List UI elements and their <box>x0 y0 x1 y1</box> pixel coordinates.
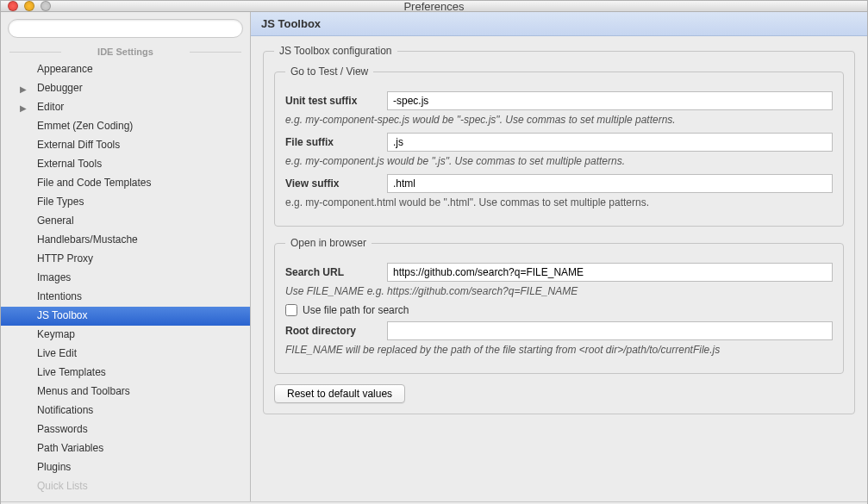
sidebar-item-live-templates[interactable]: Live Templates <box>1 364 250 383</box>
sidebar-item-label: Menus and Toolbars <box>37 385 130 397</box>
sidebar-item-label: External Diff Tools <box>37 139 120 151</box>
sidebar-item-label: Notifications <box>37 404 93 416</box>
sidebar-item-label: File and Code Templates <box>37 177 152 189</box>
window-title: Preferences <box>1 0 867 13</box>
unit-suffix-label: Unit test suffix <box>285 95 378 107</box>
sidebar-item-menus-and-toolbars[interactable]: Menus and Toolbars <box>1 383 250 401</box>
sidebar-item-external-diff-tools[interactable]: External Diff Tools <box>1 136 250 155</box>
content-pane: JS Toolbox JS Toolbox configuration Go t… <box>251 12 867 501</box>
sidebar-item-appearance[interactable]: Appearance <box>1 60 250 79</box>
search-url-hint: Use FILE_NAME e.g. https://github.com/se… <box>285 285 833 297</box>
sidebar-item-intentions[interactable]: Intentions <box>1 288 250 307</box>
sidebar-item-js-toolbox[interactable]: JS Toolbox <box>1 307 250 326</box>
disclosure-arrow-icon: ▶ <box>20 101 27 115</box>
sidebar-item-quick-lists[interactable]: Quick Lists <box>1 477 250 496</box>
sidebar-item-label: Emmet (Zen Coding) <box>37 120 133 132</box>
sidebar-item-passwords[interactable]: Passwords <box>1 420 250 439</box>
sidebar-item-path-variables[interactable]: Path Variables <box>1 439 250 458</box>
content-body: JS Toolbox configuration Go to Test / Vi… <box>251 36 867 501</box>
file-suffix-label: File suffix <box>285 136 378 148</box>
sidebar-item-external-tools[interactable]: External Tools <box>1 155 250 174</box>
view-suffix-label: View suffix <box>285 177 378 190</box>
sidebar-item-label: Debugger <box>37 82 83 94</box>
use-file-path-checkbox[interactable] <box>285 304 297 316</box>
goto-fieldset: Go to Test / View Unit test suffix e.g. … <box>274 65 844 227</box>
sidebar-item-live-edit[interactable]: Live Edit <box>1 345 250 364</box>
view-suffix-hint: e.g. my-component.html would be ".html".… <box>285 196 833 208</box>
sidebar-item-label: Handlebars/Mustache <box>37 233 138 246</box>
search-url-label: Search URL <box>285 266 378 278</box>
sidebar-item-label: HTTP Proxy <box>37 252 93 264</box>
sidebar-item-label: Live Edit <box>37 347 77 359</box>
sidebar-item-images[interactable]: Images <box>1 269 250 288</box>
sidebar-item-debugger[interactable]: ▶Debugger <box>1 79 250 98</box>
unit-suffix-hint: e.g. my-component-spec.js would be "-spe… <box>285 114 833 126</box>
sidebar-item-http-proxy[interactable]: HTTP Proxy <box>1 250 250 269</box>
sidebar-item-label: External Tools <box>37 158 102 170</box>
titlebar: Preferences <box>1 1 867 12</box>
settings-tree[interactable]: IDE Settings Appearance▶Debugger▶EditorE… <box>1 43 250 501</box>
minimize-icon[interactable] <box>24 1 34 11</box>
root-dir-label: Root directory <box>285 325 378 337</box>
sidebar-item-label: Quick Lists <box>37 480 88 492</box>
search-url-input[interactable] <box>387 263 833 282</box>
search-input[interactable] <box>8 19 243 38</box>
sidebar: IDE Settings Appearance▶Debugger▶EditorE… <box>1 12 251 501</box>
sidebar-item-label: Plugins <box>37 461 71 473</box>
sidebar-item-notifications[interactable]: Notifications <box>1 401 250 420</box>
goto-legend: Go to Test / View <box>285 65 373 78</box>
sidebar-item-file-types[interactable]: File Types <box>1 193 250 212</box>
sidebar-item-plugins[interactable]: Plugins <box>1 458 250 477</box>
sidebar-item-keymap[interactable]: Keymap <box>1 326 250 345</box>
close-icon[interactable] <box>8 1 18 11</box>
sidebar-item-label: Images <box>37 271 71 283</box>
content-title: JS Toolbox <box>251 12 867 36</box>
sidebar-item-label: Path Variables <box>37 442 103 454</box>
sidebar-item-handlebars-mustache[interactable]: Handlebars/Mustache <box>1 231 250 250</box>
window-body: IDE Settings Appearance▶Debugger▶EditorE… <box>1 12 867 504</box>
root-dir-hint: FILE_NAME will be replaced by the path o… <box>285 344 833 356</box>
file-suffix-input[interactable] <box>387 133 833 152</box>
window-controls <box>8 1 51 11</box>
root-dir-input[interactable] <box>387 321 833 340</box>
view-suffix-input[interactable] <box>387 174 833 193</box>
browser-legend: Open in browser <box>285 237 372 249</box>
sidebar-item-label: General <box>37 215 74 227</box>
sidebar-item-file-and-code-templates[interactable]: File and Code Templates <box>1 174 250 193</box>
unit-suffix-input[interactable] <box>387 91 833 110</box>
sidebar-item-label: Keymap <box>37 328 75 340</box>
sidebar-item-label: Appearance <box>37 63 93 75</box>
main-area: IDE Settings Appearance▶Debugger▶EditorE… <box>1 12 867 501</box>
browser-fieldset: Open in browser Search URL Use FILE_NAME… <box>274 237 844 374</box>
sidebar-item-label: Passwords <box>37 423 88 435</box>
config-legend: JS Toolbox configuration <box>274 45 397 57</box>
preferences-window: Preferences IDE Settings Appearance▶Debu… <box>0 0 868 504</box>
sidebar-item-label: File Types <box>37 196 84 208</box>
sidebar-item-label: Live Templates <box>37 366 106 378</box>
tree-section-heading: IDE Settings <box>1 43 250 60</box>
sidebar-item-label: Editor <box>37 101 64 113</box>
use-file-path-label: Use file path for search <box>303 304 409 316</box>
disclosure-arrow-icon: ▶ <box>20 82 27 96</box>
maximize-icon[interactable] <box>41 1 51 11</box>
sidebar-item-editor[interactable]: ▶Editor <box>1 98 250 117</box>
config-fieldset: JS Toolbox configuration Go to Test / Vi… <box>263 45 855 414</box>
sidebar-item-emmet-zen-coding-[interactable]: Emmet (Zen Coding) <box>1 117 250 136</box>
file-suffix-hint: e.g. my-component.js would be ".js". Use… <box>285 155 833 167</box>
sidebar-item-label: Intentions <box>37 290 82 302</box>
sidebar-item-general[interactable]: General <box>1 212 250 231</box>
reset-defaults-button[interactable]: Reset to default values <box>274 384 405 403</box>
sidebar-item-label: JS Toolbox <box>37 309 87 321</box>
